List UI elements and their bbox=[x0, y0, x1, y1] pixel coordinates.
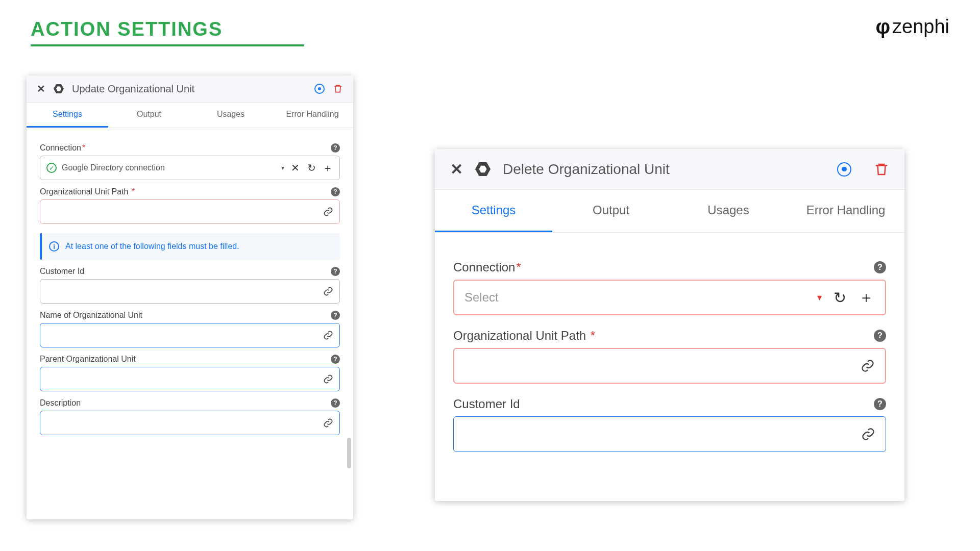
target-icon[interactable] bbox=[314, 84, 325, 94]
tab-settings[interactable]: Settings bbox=[27, 103, 108, 128]
help-icon[interactable]: ? bbox=[331, 311, 340, 320]
add-icon[interactable]: ＋ bbox=[322, 161, 333, 175]
panel-title: Update Organizational Unit bbox=[72, 83, 306, 95]
tab-output[interactable]: Output bbox=[108, 103, 190, 128]
tab-usages[interactable]: Usages bbox=[670, 190, 787, 232]
desc-label: Description bbox=[40, 398, 81, 408]
action-icon bbox=[54, 84, 64, 94]
connection-label-row: Connection* ? bbox=[40, 143, 340, 153]
customerid-input[interactable] bbox=[453, 416, 886, 452]
parentou-label: Parent Organizational Unit bbox=[40, 355, 136, 364]
panel-title: Delete Organizational Unit bbox=[503, 161, 825, 178]
help-icon[interactable]: ? bbox=[331, 355, 340, 364]
brand-phi-icon: φ bbox=[875, 15, 890, 38]
connection-value: Google Directory connection bbox=[62, 163, 276, 172]
close-icon[interactable]: ✕ bbox=[450, 160, 463, 178]
help-icon[interactable]: ? bbox=[331, 398, 340, 408]
refresh-icon[interactable]: ↻ bbox=[306, 162, 317, 174]
tab-bar: Settings Output Usages Error Handling bbox=[435, 190, 904, 233]
connection-placeholder: Select bbox=[464, 290, 808, 305]
help-icon[interactable]: ? bbox=[331, 187, 340, 196]
info-icon: i bbox=[49, 241, 59, 252]
panel-header: ✕ Update Organizational Unit bbox=[27, 76, 353, 103]
connection-label-row: Connection* ? bbox=[453, 260, 886, 274]
help-icon[interactable]: ? bbox=[331, 143, 340, 153]
check-icon: ✓ bbox=[46, 163, 57, 173]
link-icon[interactable] bbox=[323, 207, 333, 217]
tab-error-handling[interactable]: Error Handling bbox=[787, 190, 904, 232]
clear-icon[interactable]: ✕ bbox=[289, 162, 301, 174]
link-icon[interactable] bbox=[323, 330, 333, 340]
panel-header: ✕ Delete Organizational Unit bbox=[435, 149, 904, 190]
customerid-label: Customer Id bbox=[453, 397, 520, 411]
chevron-down-icon[interactable]: ▾ bbox=[281, 164, 284, 171]
connection-select[interactable]: ✓ Google Directory connection ▾ ✕ ↻ ＋ bbox=[40, 156, 340, 180]
parentou-input[interactable] bbox=[40, 367, 340, 391]
help-icon[interactable]: ? bbox=[874, 330, 886, 342]
brand-logo: φ zenphi bbox=[875, 15, 949, 38]
help-icon[interactable]: ? bbox=[874, 398, 886, 410]
link-icon[interactable] bbox=[861, 427, 875, 441]
connection-select[interactable]: Select ▾ ↻ ＋ bbox=[453, 280, 886, 315]
info-banner: i At least one of the following fields m… bbox=[40, 233, 340, 260]
desc-label-row: Description ? bbox=[40, 398, 340, 408]
orgpath-input[interactable] bbox=[40, 199, 340, 224]
nameou-label: Name of Organizational Unit bbox=[40, 311, 142, 320]
trash-icon[interactable] bbox=[874, 162, 889, 177]
nameou-input[interactable] bbox=[40, 323, 340, 347]
help-icon[interactable]: ? bbox=[331, 267, 340, 276]
tab-error-handling[interactable]: Error Handling bbox=[272, 103, 353, 128]
add-icon[interactable]: ＋ bbox=[857, 287, 875, 308]
desc-input[interactable] bbox=[40, 411, 340, 435]
tab-bar: Settings Output Usages Error Handling bbox=[27, 103, 353, 128]
customerid-label-row: Customer Id ? bbox=[453, 397, 886, 411]
info-text: At least one of the following fields mus… bbox=[65, 242, 239, 251]
page-title: ACTION SETTINGS bbox=[31, 18, 304, 46]
tab-usages[interactable]: Usages bbox=[190, 103, 272, 128]
refresh-icon[interactable]: ↻ bbox=[831, 289, 848, 307]
nameou-label-row: Name of Organizational Unit ? bbox=[40, 311, 340, 320]
parentou-label-row: Parent Organizational Unit ? bbox=[40, 355, 340, 364]
customerid-label: Customer Id bbox=[40, 267, 84, 276]
orgpath-label-row: Organizational Unit Path * ? bbox=[40, 187, 340, 196]
customerid-label-row: Customer Id ? bbox=[40, 267, 340, 276]
help-icon[interactable]: ? bbox=[874, 261, 886, 273]
panel-body: Connection* ? Select ▾ ↻ ＋ Organizationa… bbox=[435, 233, 904, 466]
orgpath-label: Organizational Unit Path * bbox=[453, 329, 595, 343]
panel-body: Connection* ? ✓ Google Directory connect… bbox=[27, 128, 353, 443]
link-icon[interactable] bbox=[861, 359, 875, 373]
link-icon[interactable] bbox=[323, 418, 333, 428]
link-icon[interactable] bbox=[323, 374, 333, 384]
panel-delete-ou: ✕ Delete Organizational Unit Settings Ou… bbox=[435, 149, 904, 501]
brand-text: zenphi bbox=[892, 16, 949, 38]
scrollbar[interactable] bbox=[347, 438, 351, 468]
tab-output[interactable]: Output bbox=[552, 190, 670, 232]
action-icon bbox=[475, 162, 491, 177]
close-icon[interactable]: ✕ bbox=[37, 83, 45, 95]
chevron-down-icon[interactable]: ▾ bbox=[817, 292, 822, 303]
trash-icon[interactable] bbox=[333, 84, 343, 94]
target-icon[interactable] bbox=[837, 162, 851, 177]
orgpath-input[interactable] bbox=[453, 348, 886, 384]
tab-settings[interactable]: Settings bbox=[435, 190, 552, 232]
customerid-input[interactable] bbox=[40, 279, 340, 304]
connection-label: Connection* bbox=[40, 143, 85, 153]
connection-label: Connection* bbox=[453, 260, 521, 274]
panel-update-ou: ✕ Update Organizational Unit Settings Ou… bbox=[27, 76, 353, 519]
link-icon[interactable] bbox=[323, 286, 333, 296]
orgpath-label-row: Organizational Unit Path * ? bbox=[453, 329, 886, 343]
orgpath-label: Organizational Unit Path * bbox=[40, 187, 135, 196]
